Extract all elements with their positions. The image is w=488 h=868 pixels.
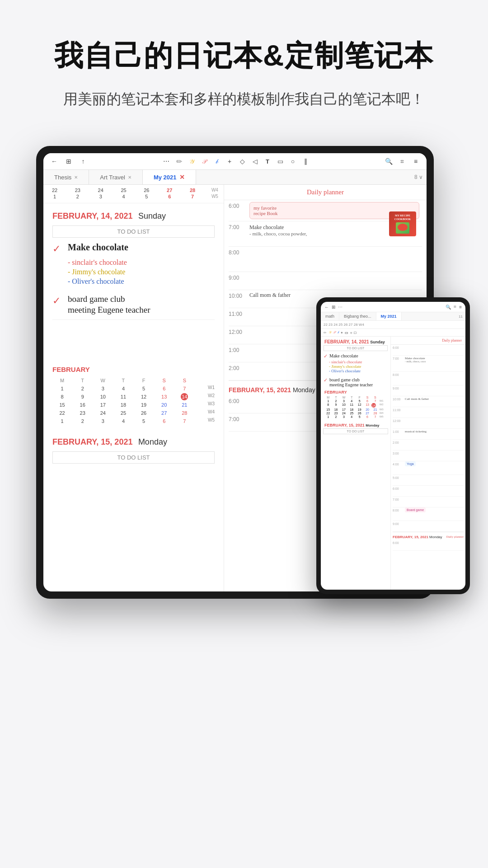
phone-p2-date: FEBRUARY, 15, 2021 Monday — [393, 535, 442, 539]
phone-pen-p-icon[interactable]: 𝒫 — [333, 330, 336, 335]
pause-icon[interactable]: ‖ — [301, 157, 310, 166]
phone-tab-bigbang[interactable]: Bigbang theo... — [339, 312, 376, 320]
phone-content: FEBRUARY, 14, 2021 Sunday TO DO LIST ✓ M… — [321, 337, 465, 590]
menu-icon[interactable]: ≡ — [411, 157, 420, 166]
phone-bubble-icon2[interactable]: ○ — [350, 331, 352, 335]
text-tool-icon[interactable]: T — [263, 157, 272, 166]
phone-pen-y-icon[interactable]: 𝒴 — [328, 330, 331, 335]
phone-todo-header2: TO DO LIST — [323, 428, 388, 434]
phone-tab-count[interactable]: 11 — [456, 312, 465, 320]
calendar-strip: 22 23 24 25 26 27 28 W4 1 2 3 — [43, 185, 224, 203]
phone-slot-100: 1:00 musical ticketing — [393, 429, 464, 440]
daily-page-1: FEBRUARY, 14, 2021 Sunday TO DO LIST ✓ M… — [43, 203, 224, 429]
phone-sub-sinclair: - sinclair's chocolate — [321, 360, 390, 364]
todo-sub-sinclair: - sinclair's chocolate — [68, 258, 215, 267]
recipe-image: MY RECIPECOOKBOOK — [389, 211, 416, 236]
tab-my-2021-close[interactable]: ✕ — [179, 174, 185, 181]
phone-grid-icon[interactable]: ⊞ — [332, 305, 335, 310]
tab-art-travel-close[interactable]: ✕ — [128, 175, 131, 180]
daily-date-1: FEBRUARY, 14, 2021 — [52, 211, 132, 221]
pen-yellow-icon[interactable]: 𝒴 — [187, 157, 196, 166]
phone-slot-400: 4:00 Yoga — [393, 461, 464, 475]
time-label2-600: 6:00 — [229, 395, 247, 404]
yoga-slot: Yoga — [405, 461, 416, 466]
toolbar-right: 🔍 ⌗ ≡ — [384, 157, 420, 166]
bubble-icon[interactable]: ○ — [288, 157, 297, 166]
phone-left-panel: FEBRUARY, 14, 2021 Sunday TO DO LIST ✓ M… — [321, 337, 391, 590]
tab-count[interactable]: 8 ∨ — [411, 170, 427, 184]
phone-slot-700: 7:00 Make chocolate - milk, choco, coco — [393, 356, 464, 372]
phone-toolbar2: 22 23 24 25 26 27 28 W4 — [321, 321, 465, 329]
time-label-900: 9:00 — [229, 272, 247, 281]
time-label-700: 7:00 — [229, 221, 247, 230]
calendar-strip-row2: 1 2 3 4 5 6 7 W5 — [49, 194, 218, 199]
phone-slot-300: 3:00 — [393, 450, 464, 461]
phone-check-1: ✓ — [324, 353, 328, 359]
hero-title: 我自己的日记本&定制笔记本 — [27, 36, 461, 75]
todo-item-2-text: board game club meeting Eugene teacher — [68, 294, 150, 315]
tab-thesis[interactable]: Thesis ✕ — [43, 170, 89, 184]
share-icon[interactable]: ↑ — [79, 157, 88, 166]
time-label-1200: 12:00 — [229, 326, 247, 335]
time-label-600: 6:00 — [229, 200, 247, 209]
arrow-icon[interactable]: ◁ — [250, 157, 259, 166]
phone-slot-600b: 6:00 — [393, 486, 464, 497]
phone-slot-200: 2:00 — [393, 440, 464, 450]
dots-icon[interactable]: ⋯ — [162, 157, 171, 166]
todo-check-1: ✓ — [52, 243, 63, 255]
pen-pink-icon[interactable]: 𝒫 — [200, 157, 209, 166]
phone-screen: ← ⊞ ⋯ 🔍 ⌗ ≡ math Bigbang theo... My 2021… — [321, 302, 465, 590]
phone-slot-600c: 6:00 — [393, 540, 464, 551]
phone-dots-icon[interactable]: ⋯ — [338, 305, 343, 310]
board-game-slot: Board game — [405, 507, 426, 512]
phone-tab-my2021[interactable]: My 2021 — [376, 312, 402, 320]
search-icon[interactable]: 🔍 — [384, 157, 393, 166]
mini-calendar: FEBRUARY M T W T F S S — [43, 360, 224, 429]
phone-slot-700b: 7:00 — [393, 497, 464, 507]
phone-mini-cal-month: FEBRUARY — [324, 390, 387, 394]
pen-blue-icon[interactable]: 𝒷 — [212, 157, 221, 166]
hero-subtitle: 用美丽的笔记本套和多样的模板制作我自己的笔记本吧！ — [27, 88, 461, 110]
toolbar: ← ⊞ ↑ ⋯ ✏ 𝒴 𝒫 𝒷 + ◇ ◁ T ▭ ○ ‖ — [43, 153, 427, 170]
tab-my-2021[interactable]: My 2021 ✕ — [143, 170, 196, 184]
phone-tab-math[interactable]: math — [321, 312, 339, 320]
phone-search-icon[interactable]: 🔍 — [446, 305, 451, 310]
pencil-icon[interactable]: ✏ — [174, 157, 183, 166]
todo-item-2: ✓ board game club meeting Eugene teacher — [52, 294, 215, 315]
link-icon[interactable]: ⌗ — [398, 157, 407, 166]
phone-daily-date2: FEBRUARY, 15, 2021 Monday — [321, 421, 390, 428]
image-tool-icon[interactable]: ▭ — [276, 157, 285, 166]
phone-slot-700-sub: - milk, choco, coco — [405, 360, 462, 363]
toolbar-left: ← ⊞ ↑ — [50, 157, 88, 166]
phone-tabs: math Bigbang theo... My 2021 11 — [321, 312, 465, 321]
planner-header: Daily planner — [224, 185, 427, 200]
phone-slot-500: 5:00 — [393, 475, 464, 486]
mini-cal-grid: M T W T F S S 1 2 3 — [52, 377, 215, 425]
plus-icon[interactable]: + — [225, 157, 234, 166]
tab-art-travel[interactable]: Art Travel ✕ — [89, 170, 143, 184]
eraser-icon[interactable]: ◇ — [238, 157, 247, 166]
phone-pencil-icon[interactable]: ✏ — [324, 331, 327, 335]
phone-todo-header: TO DO LIST — [324, 345, 388, 351]
time-label-200: 2:00 — [229, 362, 247, 371]
phone-plus-icon[interactable]: + — [341, 331, 343, 335]
todo-section-1: TO DO LIST ✓ Make chocolate - sinclair's… — [43, 225, 224, 360]
tab-thesis-close[interactable]: ✕ — [74, 175, 78, 180]
phone-square-icon[interactable]: □ — [354, 331, 357, 335]
phone-menu-icon[interactable]: ≡ — [459, 305, 462, 310]
device-container: ← ⊞ ↑ ⋯ ✏ 𝒴 𝒫 𝒷 + ◇ ◁ T ▭ ○ ‖ — [36, 146, 452, 599]
phone-check-2: ✓ — [324, 377, 328, 383]
grid-icon[interactable]: ⊞ — [64, 157, 73, 166]
phone-cal-strip: 22 23 24 25 26 27 28 W4 — [324, 323, 364, 327]
phone-back-icon[interactable]: ← — [324, 305, 329, 310]
phone-link-icon[interactable]: ⌗ — [454, 304, 456, 310]
todo-header-1: TO DO LIST — [52, 225, 215, 238]
phone-pen-b-icon[interactable]: 𝒷 — [338, 330, 339, 335]
phone-image-icon[interactable]: ▭ — [345, 331, 348, 335]
tabs-bar: Thesis ✕ Art Travel ✕ My 2021 ✕ 8 ∨ — [43, 170, 427, 185]
back-icon[interactable]: ← — [50, 157, 59, 166]
time-label-800: 8:00 — [229, 247, 247, 256]
todo-sub-oliver: - Oliver's chocolate — [68, 277, 215, 286]
phone-todo-item-2: ✓ board game club meeting Eugene teacher — [321, 377, 390, 388]
phone-page2-planner: FEBRUARY, 15, 2021 Monday Daily planner — [393, 532, 464, 540]
